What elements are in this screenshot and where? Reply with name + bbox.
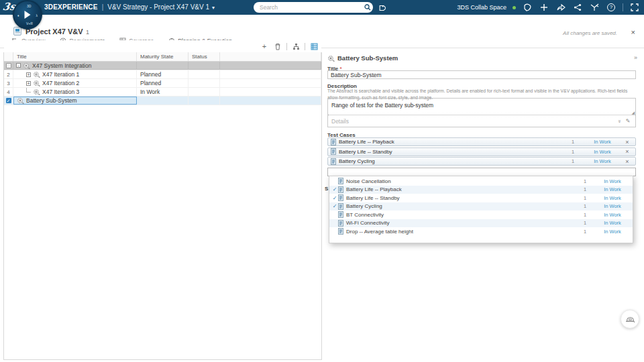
chevron-down-icon[interactable]: ▾ bbox=[212, 5, 215, 11]
chip-state[interactable]: In Work bbox=[583, 149, 622, 155]
abstract-field[interactable]: Range of test for the Battery sub-system… bbox=[328, 99, 635, 115]
option-state[interactable]: In Work bbox=[595, 186, 630, 192]
test-case-chip[interactable]: Battery Life -- Playback 1 In Work × bbox=[327, 137, 636, 146]
row-status bbox=[189, 88, 220, 96]
title-field[interactable] bbox=[327, 70, 636, 79]
resize-handle-icon[interactable]: ◢ bbox=[631, 110, 635, 115]
test-case-icon bbox=[338, 194, 343, 201]
table-row-selected[interactable]: ✓ Battery Sub-System bbox=[4, 97, 321, 105]
fullscreen-icon[interactable] bbox=[629, 2, 640, 13]
row-number: 3 bbox=[4, 79, 13, 87]
remove-chip-icon[interactable]: × bbox=[622, 158, 633, 165]
column-header-title[interactable]: Title bbox=[13, 52, 137, 61]
add-icon[interactable] bbox=[539, 2, 549, 13]
row-filler bbox=[220, 79, 321, 87]
panel-title: Battery Sub-System bbox=[337, 54, 398, 62]
test-case-chip[interactable]: Battery Life -- Standby 1 In Work × bbox=[327, 147, 636, 156]
edit-details-icon[interactable]: ✎ bbox=[624, 117, 632, 125]
collab-space-label[interactable]: 3DS Collab Space bbox=[457, 4, 506, 11]
option-state[interactable]: In Work bbox=[595, 212, 630, 218]
option-state[interactable]: In Work bbox=[595, 220, 630, 226]
tree-branch-line bbox=[26, 88, 31, 93]
app-breadcrumb: 3DEXPERIENCE|V&V Strategy - Project X47 … bbox=[44, 0, 215, 15]
check-icon: ✓ bbox=[331, 203, 338, 209]
row-title: X47 Iteration 3 bbox=[42, 88, 79, 95]
description-editor: Range of test for the Battery sub-system… bbox=[327, 98, 636, 127]
help-icon[interactable]: ? bbox=[606, 2, 616, 13]
dropdown-option-checked[interactable]: ✓ Battery Cycling 1 In Work bbox=[329, 202, 633, 211]
expand-icon[interactable]: + bbox=[26, 72, 31, 77]
option-revision: 1 bbox=[575, 186, 595, 192]
column-header-maturity[interactable]: Maturity State bbox=[137, 52, 189, 61]
check-icon: ✓ bbox=[331, 186, 338, 192]
expand-icon[interactable]: + bbox=[26, 81, 31, 86]
collapse-panel-icon[interactable]: » bbox=[634, 54, 637, 61]
dropdown-option[interactable]: BT Connectivity 1 In Work bbox=[329, 210, 633, 219]
compass-play-icon bbox=[25, 11, 31, 19]
share-arrow-icon[interactable] bbox=[555, 2, 566, 13]
planning-tree-table: + Title Maturity State Status - bbox=[3, 52, 322, 360]
close-icon[interactable]: × bbox=[631, 28, 635, 36]
table-header-row: Title Maturity State Status bbox=[4, 52, 321, 62]
test-case-dropdown: Noise Cancellation 1 In Work ✓ Battery L… bbox=[329, 176, 633, 243]
assistant-button[interactable] bbox=[621, 310, 639, 328]
3ds-wing-icon[interactable] bbox=[589, 2, 600, 13]
row-maturity bbox=[137, 97, 189, 105]
chip-state[interactable]: In Work bbox=[583, 139, 622, 145]
option-revision: 1 bbox=[575, 178, 595, 184]
table-row[interactable]: - X47 System Integration bbox=[4, 62, 321, 70]
remove-chip-icon[interactable]: × bbox=[622, 139, 633, 145]
option-state[interactable]: In Work bbox=[595, 195, 630, 201]
add-row-icon[interactable]: + bbox=[260, 42, 269, 51]
question-glyph: ? bbox=[607, 3, 615, 11]
search-input[interactable] bbox=[254, 4, 362, 11]
campaign-icon bbox=[23, 62, 30, 69]
search-icon[interactable] bbox=[362, 2, 373, 13]
dropdown-option-checked[interactable]: ✓ Battery Life -- Standby 1 In Work bbox=[329, 194, 633, 202]
collapse-icon[interactable]: - bbox=[16, 63, 21, 68]
row-title: X47 Iteration 1 bbox=[42, 71, 79, 78]
table-view-icon[interactable] bbox=[309, 42, 319, 51]
row-checkbox-checked[interactable]: ✓ bbox=[6, 98, 11, 103]
row-maturity: Planned bbox=[137, 79, 189, 87]
chip-label: Battery Life -- Playback bbox=[339, 139, 563, 145]
option-state[interactable]: In Work bbox=[595, 178, 630, 184]
notifications-icon[interactable] bbox=[522, 2, 533, 13]
table-row[interactable]: 3 + X47 Iteration 2 Planned bbox=[4, 79, 321, 88]
table-row[interactable]: 2 + X47 Iteration 1 Planned bbox=[4, 70, 321, 79]
app-title[interactable]: V&V Strategy - Project X47 V&V 1 bbox=[107, 3, 209, 11]
dropdown-option[interactable]: Drop -- Average table height 1 In Work bbox=[329, 227, 633, 236]
dropdown-option[interactable]: Wi-Fi Connectivity 1 In Work bbox=[329, 219, 633, 228]
obscured-section-label: S bbox=[325, 186, 328, 192]
expand-details-icon[interactable]: » bbox=[616, 117, 624, 125]
row-maturity: Planned bbox=[137, 70, 189, 78]
table-row[interactable]: 4 X47 Iteration 3 In Work bbox=[4, 88, 321, 97]
row-status bbox=[189, 97, 220, 105]
option-label: Drop -- Average table height bbox=[346, 229, 575, 235]
option-revision: 1 bbox=[575, 229, 595, 235]
3dexperience-compass-icon[interactable]: 3D♦λV+R bbox=[13, 0, 42, 29]
test-case-chip[interactable]: Battery Cycling 1 In Work × bbox=[327, 157, 636, 166]
global-search[interactable] bbox=[254, 2, 373, 13]
tag-icon[interactable] bbox=[376, 3, 387, 13]
hierarchy-view-icon[interactable] bbox=[291, 42, 301, 51]
remove-chip-icon[interactable]: × bbox=[622, 148, 633, 155]
delete-icon[interactable] bbox=[273, 42, 282, 51]
chip-state[interactable]: In Work bbox=[583, 158, 622, 164]
share-network-icon[interactable] bbox=[572, 2, 583, 13]
row-title: X47 Iteration 2 bbox=[42, 80, 79, 86]
column-header-status[interactable]: Status bbox=[189, 52, 220, 61]
details-field[interactable]: Details bbox=[331, 118, 616, 125]
dropdown-option-checked[interactable]: ✓ Battery Life -- Playback 1 In Work bbox=[329, 186, 633, 194]
option-state[interactable]: In Work bbox=[595, 203, 630, 209]
row-checkbox[interactable] bbox=[6, 63, 11, 68]
abstract-value: Range of test for the Battery sub-system bbox=[331, 102, 433, 109]
save-status: All changes are saved. bbox=[563, 30, 617, 36]
dropdown-option[interactable]: Noise Cancellation 1 In Work bbox=[329, 177, 633, 186]
row-number: 2 bbox=[4, 70, 13, 78]
option-state[interactable]: In Work bbox=[595, 229, 630, 235]
brand-name: 3DEXPERIENCE bbox=[44, 3, 98, 11]
row-title: X47 System Integration bbox=[32, 62, 91, 69]
chip-revision: 1 bbox=[563, 139, 583, 145]
option-revision: 1 bbox=[575, 212, 595, 218]
